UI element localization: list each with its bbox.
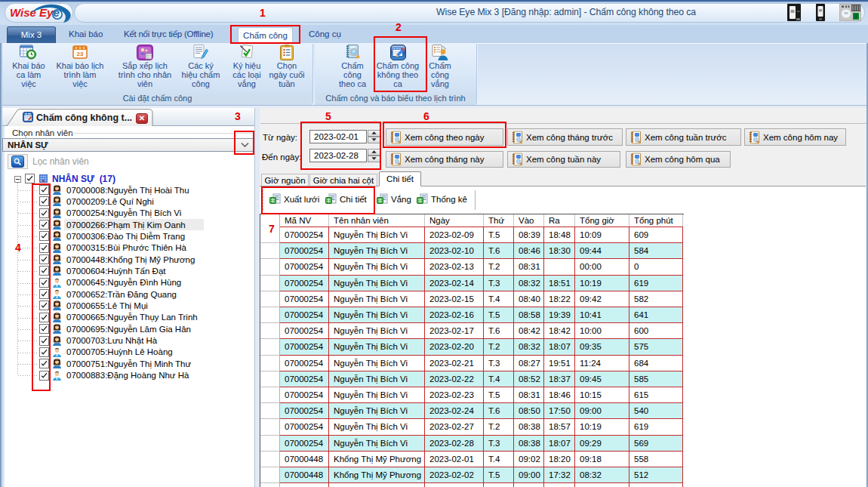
svg-text:23: 23 [77,51,84,57]
